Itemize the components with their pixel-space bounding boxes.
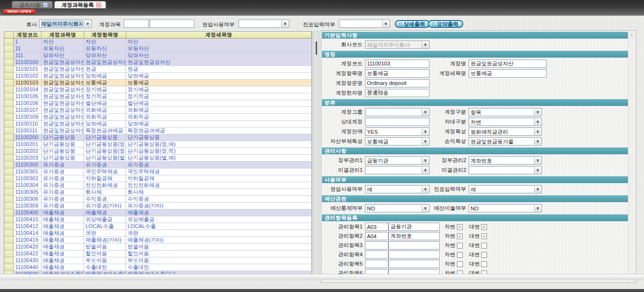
detail-name-input[interactable] bbox=[469, 69, 547, 78]
row-gutter[interactable] bbox=[4, 175, 14, 182]
scrollbar-thumb[interactable] bbox=[316, 42, 317, 55]
table-row[interactable]: 11100107현금및현금성자산외화예금외화예금 bbox=[4, 107, 312, 114]
row-gutter[interactable] bbox=[4, 80, 14, 86]
debit-checkbox[interactable]: ✓ bbox=[457, 224, 463, 230]
chevron-down-icon[interactable]: ∨ bbox=[534, 167, 541, 173]
row-gutter[interactable] bbox=[4, 155, 14, 162]
table-row[interactable]: 11100203단기금융상품단기금융상품(별,예)단기금융상품(별,예) bbox=[4, 155, 312, 162]
mgmt-item-code-input[interactable] bbox=[365, 241, 388, 250]
table-row[interactable]: 11100102현금및현금성자산당좌예금당좌예금 bbox=[4, 73, 312, 80]
mgmt-item-code-input[interactable] bbox=[365, 250, 388, 259]
mgmt-item-code-input[interactable] bbox=[365, 232, 388, 240]
table-row[interactable]: 11100420매출채권받을어음받을어음 bbox=[4, 244, 312, 250]
table-row[interactable]: 11100109현금및현금성자산외화적금외화적금 bbox=[4, 114, 312, 121]
table-row[interactable]: 11100301유가증권국민주택채권국민주택채권 bbox=[4, 168, 312, 175]
table-row[interactable]: 11100202단기금융상품단기금융상품(정,적)단기금융상품(정,적) bbox=[4, 148, 312, 155]
row-gutter[interactable] bbox=[4, 216, 14, 223]
table-row[interactable]: 11100419매출채권매출채권(기타)매출채권(기타) bbox=[4, 237, 312, 244]
chevron-down-icon[interactable]: ∨ bbox=[534, 186, 541, 192]
chevron-down-icon[interactable]: ∨ bbox=[422, 157, 429, 164]
table-row[interactable]: 11100440매출채권수출대전수출대전 bbox=[4, 264, 312, 271]
debit-checkbox[interactable] bbox=[457, 252, 463, 258]
table-row[interactable]: 11100304유가증권전신전화채권전신전화채권 bbox=[4, 182, 312, 189]
tab-account-register[interactable]: 계정과목등록 × bbox=[54, 1, 106, 8]
chevron-down-icon[interactable]: ∨ bbox=[382, 21, 389, 27]
table-row[interactable]: 11100414매출채권국판국판 bbox=[4, 230, 312, 237]
book-mgmt1-dropdown[interactable]: 금융기관 ∨ bbox=[365, 156, 429, 165]
company-dropdown[interactable]: 제일저지주식회사 ∨ bbox=[39, 20, 92, 28]
row-gutter[interactable] bbox=[4, 257, 14, 264]
row-gutter[interactable] bbox=[4, 134, 14, 141]
mgmt-item-name-input[interactable] bbox=[388, 241, 440, 250]
row-gutter[interactable] bbox=[4, 121, 14, 127]
table-row[interactable]: 11100410매출채권외상매출금외상매출금 bbox=[4, 216, 312, 223]
debit-checkbox[interactable] bbox=[457, 261, 463, 267]
row-gutter[interactable] bbox=[4, 66, 14, 73]
table-row[interactable]: 11100101현금및현금성자산현금현금 bbox=[4, 66, 312, 73]
row-gutter[interactable] bbox=[4, 209, 14, 216]
row-gutter[interactable] bbox=[4, 196, 14, 203]
chevron-down-icon[interactable]: ∨ bbox=[422, 186, 429, 192]
chevron-down-icon[interactable]: ∨ bbox=[422, 167, 429, 173]
account-division-dropdown[interactable]: 항목 ∨ bbox=[469, 108, 542, 116]
row-gutter[interactable] bbox=[4, 203, 14, 209]
chevron-down-icon[interactable]: ∨ bbox=[281, 21, 288, 27]
table-row[interactable]: 11100106현금및현금성자산별단예금별단예금 bbox=[4, 100, 312, 107]
field-use-dropdown[interactable]: 예 ∨ bbox=[365, 185, 429, 193]
mgmt-item-name-input[interactable] bbox=[388, 250, 440, 259]
chevron-down-icon[interactable]: ∨ bbox=[534, 128, 541, 135]
chevron-down-icon[interactable]: ∨ bbox=[534, 157, 541, 164]
chevron-down-icon[interactable]: ∨ bbox=[422, 109, 429, 115]
mgmt-item-code-input[interactable] bbox=[365, 260, 388, 268]
chevron-down-icon[interactable]: ∨ bbox=[422, 128, 429, 135]
row-gutter[interactable] bbox=[4, 148, 14, 155]
row-gutter[interactable] bbox=[4, 141, 14, 148]
row-gutter[interactable] bbox=[4, 244, 14, 250]
row-gutter[interactable] bbox=[4, 250, 14, 257]
mgmt-item-name-input[interactable] bbox=[388, 223, 440, 231]
account-attribute-dropdown[interactable]: 원화예적금관리 ∨ bbox=[469, 127, 542, 136]
table-row[interactable]: 11100104현금및현금성자산정기예금정기예금 bbox=[4, 86, 312, 93]
english-name-input[interactable] bbox=[365, 79, 429, 87]
table-row[interactable]: 11100200단기금융상품단기금융상품단기금융상품 bbox=[4, 134, 312, 141]
table-row[interactable]: 11100302유가증권지하철공채지하철공채 bbox=[4, 175, 312, 182]
chevron-down-icon[interactable]: ∨ bbox=[84, 21, 91, 27]
table-row[interactable]: 11100111현금및현금성자산특정현금과예금특정현금과예금 bbox=[4, 127, 312, 134]
row-gutter[interactable] bbox=[4, 127, 14, 134]
row-gutter[interactable] bbox=[4, 107, 14, 114]
table-row[interactable]: 11100110현금및현금성자산당좌예금당좌예금 bbox=[4, 121, 312, 127]
chevron-down-icon[interactable]: ∨ bbox=[534, 109, 541, 115]
table-row[interactable]: 111당좌자산당좌자산당좌자산 bbox=[4, 52, 312, 59]
chevron-down-icon[interactable]: ∨ bbox=[534, 205, 541, 211]
row-gutter[interactable] bbox=[4, 223, 14, 230]
credit-checkbox[interactable] bbox=[481, 243, 487, 249]
asset-liability-dropdown[interactable]: 보통예금 ∨ bbox=[365, 137, 429, 146]
account-name-filter-input[interactable] bbox=[150, 20, 194, 28]
table-row[interactable]: 11100201단기금융상품단기금융상품(정,예)단기금융상품(정,예) bbox=[4, 141, 312, 148]
tab-notice[interactable]: 공지사항 × bbox=[12, 1, 53, 8]
table-row[interactable]: 11100400매출채권매출채권매출채권 bbox=[4, 209, 312, 216]
table-row[interactable]: 11100305유가증권회사채회사채 bbox=[4, 189, 312, 196]
chevron-down-icon[interactable]: ∨ bbox=[422, 138, 429, 145]
debit-checkbox[interactable] bbox=[457, 243, 463, 249]
chevron-down-icon[interactable]: ∨ bbox=[534, 119, 541, 125]
detail-print-button[interactable]: 상세출력 bbox=[395, 20, 430, 28]
item-name-input[interactable] bbox=[365, 69, 429, 78]
mgmt-item-name-input[interactable] bbox=[388, 232, 440, 240]
close-icon[interactable]: × bbox=[43, 2, 48, 7]
table-row[interactable]: 11100306유가증권수익증권수익증권 bbox=[4, 196, 312, 203]
credit-checkbox[interactable] bbox=[481, 261, 487, 267]
table-row[interactable]: 11100430매출채권부도어음부도어음 bbox=[4, 257, 312, 264]
row-gutter[interactable] bbox=[4, 100, 14, 107]
slip-input-dropdown[interactable]: 예 ∨ bbox=[469, 185, 542, 193]
debit-checkbox[interactable]: ✓ bbox=[457, 233, 463, 239]
credit-checkbox[interactable] bbox=[481, 252, 487, 258]
chevron-down-icon[interactable]: ∨ bbox=[534, 138, 541, 145]
row-gutter[interactable] bbox=[4, 52, 14, 59]
company-code-dropdown[interactable]: 제일저지주식회사 ∨ bbox=[365, 41, 429, 49]
chevron-down-icon[interactable]: ∨ bbox=[422, 205, 429, 211]
pending-mgmt2-dropdown[interactable]: ∨ bbox=[469, 166, 542, 174]
debit-credit-division-dropdown[interactable]: 차변 ∨ bbox=[469, 118, 542, 126]
table-row[interactable]: 11100105현금및현금성자산정기적금정기적금 bbox=[4, 93, 312, 100]
row-gutter[interactable] bbox=[4, 39, 14, 45]
